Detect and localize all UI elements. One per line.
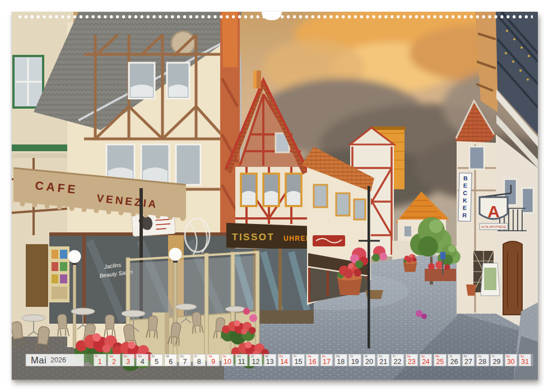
calendar-day-cell: Di12 (249, 354, 262, 366)
calendar-day-cell: Do28 (476, 354, 489, 366)
calendar-day-cell: Mo25 (434, 354, 447, 366)
calendar-day-cell: So31 (519, 354, 532, 366)
calendar-days: Fr1Sa2So3Mo4Di5Mi6Do7Fr8Sa9So10Mo11Di12M… (94, 354, 533, 366)
calendar-month-label: Mai 2026 (26, 354, 84, 366)
calendar-day-cell: Sa16 (306, 354, 319, 366)
calendar-day-cell: Mi20 (363, 354, 376, 366)
calendar-day-cell: Mi6 (164, 354, 177, 366)
calendar-day-cell: Do7 (179, 354, 192, 366)
calendar-day-cell: Sa9 (207, 354, 220, 366)
calendar-day-cell: So17 (320, 354, 333, 366)
calendar-day-cell: Fr1 (94, 354, 106, 366)
calendar-day-cell: Mi13 (264, 354, 277, 366)
calendar-day-cell: Sa2 (108, 354, 120, 366)
calendar-day-cell: Fr29 (490, 354, 503, 366)
calendar-day-cell: Do21 (377, 354, 390, 366)
year-number: 2026 (50, 356, 66, 364)
calendar-page: Jaclins Beauty Salon CAFE (0, 0, 544, 392)
apotheke-plate-text: ALTE APOTHEKE (481, 225, 506, 228)
calendar-day-cell: Sa23 (406, 354, 419, 366)
calendar-day-cell: So10 (221, 354, 234, 366)
calendar-day-cell: So3 (122, 354, 135, 366)
tissot-sign-text: TISSOT (232, 232, 275, 242)
calendar-day-cell: So24 (420, 354, 433, 366)
calendar-day-cell: Fr22 (391, 354, 404, 366)
calendar-day-cell: Sa30 (505, 354, 518, 366)
calendar-day-cell: Mo18 (334, 354, 347, 366)
calendar-day-cell: Mi27 (462, 354, 475, 366)
calendar-day-cell: Do14 (278, 354, 291, 366)
month-name: Mai (31, 355, 47, 366)
becker-sign: BECKER (458, 173, 472, 222)
calendar-sheet: Jaclins Beauty Salon CAFE (12, 12, 538, 380)
calendar-day-cell: Di19 (348, 354, 361, 366)
street-photo: Jaclins Beauty Salon CAFE (12, 12, 538, 380)
calendar-day-cell: Di26 (448, 354, 461, 366)
calendar-day-cell: Mo11 (235, 354, 248, 366)
calendar-day-cell: Mo4 (136, 354, 149, 366)
calendar-day-cell: Fr8 (193, 354, 206, 366)
calendar-day-cell: Fr15 (292, 354, 305, 366)
calendar-day-cell: Di5 (150, 354, 163, 366)
apotheke-a-letter: A (487, 202, 500, 221)
